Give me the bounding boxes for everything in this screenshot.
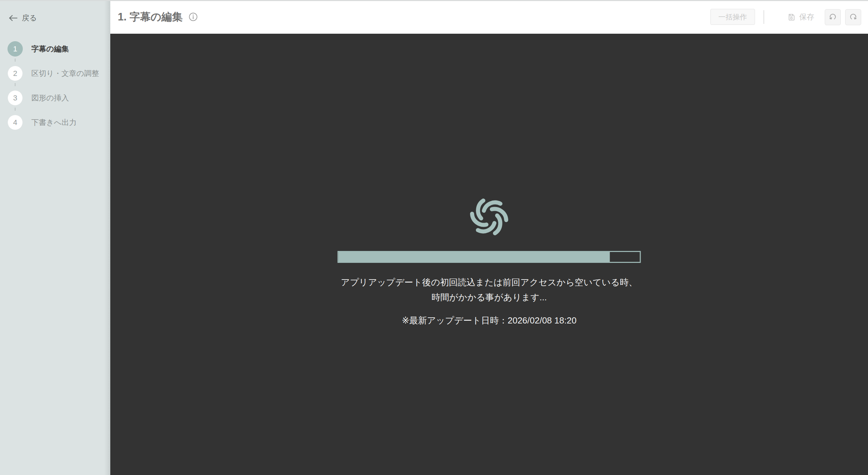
save-label: 保存 [799,12,814,22]
swirl-vortex-spinner [467,194,512,241]
last-update-note: ※最新アップデート日時：2026/02/08 18:20 [402,313,576,328]
redo-button[interactable] [845,9,861,25]
batch-operation-button[interactable]: 一括操作 [710,9,755,25]
floppy-disk-icon [787,13,796,21]
loading-message-line1: アプリアップデート後の初回読込または前回アクセスから空いている時、 [110,275,868,290]
step-connector [15,59,16,62]
info-circle-icon[interactable] [189,12,198,21]
editor-loading-area: アプリアップデート後の初回読込または前回アクセスから空いている時、 時間がかかる… [110,34,868,475]
step-2-label: 区切り・文章の調整 [31,68,99,79]
loading-message: アプリアップデート後の初回読込または前回アクセスから空いている時、 時間がかかる… [110,275,868,305]
page-title: 1. 字幕の編集 [118,10,182,24]
undo-rotate-icon [828,13,837,22]
sidebar-step-2[interactable]: 2 区切り・文章の調整 [0,66,110,81]
header-divider [763,10,764,24]
step-4-number-badge: 4 [7,115,23,130]
sidebar-step-1[interactable]: 1 字幕の編集 [0,41,110,57]
loading-progress-bar [338,251,641,263]
back-button[interactable]: 戻る [8,13,37,23]
step-connector [15,108,16,111]
window-top-edge [0,0,868,1]
sidebar-step-3[interactable]: 3 図形の挿入 [0,90,110,106]
redo-rotate-icon [849,13,858,22]
step-1-number-badge: 1 [7,41,23,57]
left-arrow-icon [8,14,18,22]
progress-fill [339,252,610,262]
batch-operation-label: 一括操作 [719,12,747,22]
undo-button[interactable] [825,9,841,25]
step-connector [15,83,16,86]
step-1-label: 字幕の編集 [31,44,69,54]
step-3-number-badge: 3 [7,90,23,106]
back-label: 戻る [22,13,37,23]
loading-message-line2: 時間がかかる事があります... [110,290,868,305]
sidebar-step-4[interactable]: 4 下書きへ出力 [0,115,110,130]
step-2-number-badge: 2 [7,66,23,81]
save-button[interactable]: 保存 [787,0,814,34]
sidebar: 戻る 1 字幕の編集 2 区切り・文章の調整 3 図形の挿入 4 下書きへ出力 [0,0,110,475]
step-3-label: 図形の挿入 [31,93,69,103]
header-bar: 1. 字幕の編集 一括操作 保存 [110,0,868,34]
step-4-label: 下書きへ出力 [31,117,77,128]
